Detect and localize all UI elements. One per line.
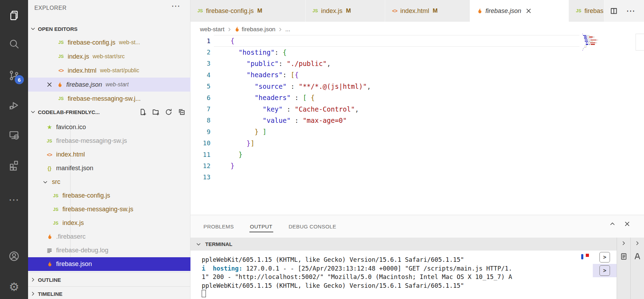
chevron-right-icon[interactable] [631, 240, 644, 246]
file-name: index.js [68, 53, 89, 60]
js-icon: JS [52, 221, 60, 226]
code-text: } [210, 162, 234, 170]
activity-bar-account-icon[interactable] [0, 244, 28, 269]
tree-item-firebase-messaging-sw.js[interactable]: JSfirebase-messaging-sw.js [28, 134, 190, 148]
file-name: firebase.json [56, 260, 92, 268]
tab-firebase-config.js[interactable]: JSfirebase-config.jsM [190, 0, 306, 22]
tab-index.html[interactable]: <>index.htmlM [385, 0, 470, 22]
file-name: firebase-messaging-sw.js [56, 137, 127, 145]
outline-header[interactable]: OUTLINE [28, 273, 190, 287]
open-editor-item[interactable]: JSindex.jsweb-start/srcM [28, 49, 190, 64]
activity-bar-source-control-icon[interactable]: 6 [0, 63, 28, 88]
code-line[interactable]: 4"headers": [{ [190, 69, 644, 80]
open-editor-item[interactable]: <>index.htmlweb-start/publicM [28, 64, 190, 78]
notebook-icon[interactable] [617, 252, 630, 260]
terminal-instance-row-selected[interactable]: > [593, 264, 617, 277]
split-editor-icon[interactable] [610, 7, 618, 15]
tree-item-manifest.json[interactable]: {}manifest.json [28, 161, 190, 175]
tab-index.js[interactable]: JSindex.jsM [306, 0, 385, 22]
firebase-icon [234, 26, 240, 33]
activity-bar-gear-icon[interactable]: ⚙ [0, 274, 28, 299]
breadcrumb-segment[interactable]: firebase.json [234, 26, 275, 33]
tab-firebase.json[interactable]: firebase.json [470, 0, 569, 22]
activity-bar-remote-explorer-icon[interactable] [0, 122, 28, 148]
breadcrumb-label: ... [285, 26, 290, 33]
explorer-sidebar: EXPLORER ⋯ OPEN EDITORS JSfirebase-confi… [28, 0, 190, 299]
terminal-prompt-icon[interactable]: > [599, 252, 610, 263]
minimap[interactable] [582, 34, 644, 55]
letter-a-icon[interactable] [631, 252, 644, 260]
code-line[interactable]: 13 [190, 172, 644, 183]
close-icon[interactable] [624, 221, 630, 227]
tree-item-index.html[interactable]: <>index.htmlM [28, 148, 190, 161]
code-line[interactable]: 9} ] [190, 126, 644, 137]
code-line[interactable]: 8"value" : "max-age=0" [190, 115, 644, 126]
tree-item-.firebaserc[interactable]: .firebaserc [28, 230, 190, 244]
code-line[interactable]: 7"key" : "Cache-Control", [190, 103, 644, 114]
html-icon: <> [57, 68, 65, 73]
activity-bar-files-icon[interactable] [0, 3, 28, 28]
collapse-all-icon[interactable] [178, 108, 185, 115]
explorer-more-icon[interactable]: ⋯ [171, 1, 180, 12]
terminal-output[interactable]: ppleWebKit/605.1.15 (KHTML, like Gecko) … [190, 251, 617, 299]
code-line[interactable]: 3"public": "./public", [190, 58, 644, 69]
minimap-slider[interactable] [636, 34, 644, 51]
tree-item-firebase-config.js[interactable]: JSfirebase-config.jsM [28, 189, 190, 202]
code-text: }] [210, 139, 255, 147]
code-line[interactable]: 5"source" : "**/*.@(js|html)", [190, 81, 644, 92]
breadcrumb-segment[interactable]: ... [285, 26, 290, 33]
close-icon[interactable] [525, 8, 532, 14]
terminal-prompt-icon[interactable]: > [599, 265, 610, 276]
panel-tab-problems[interactable]: PROBLEMS [203, 221, 235, 232]
tree-item-firebase-debug.log[interactable]: firebase-debug.log [28, 244, 190, 257]
chevron-up-icon[interactable] [609, 221, 616, 227]
minimap-line [584, 47, 586, 48]
code-line[interactable]: 1{ [190, 35, 644, 46]
panel-tab-output[interactable]: OUTPUT [249, 221, 273, 232]
tab-firebas[interactable]: JSfirebas [569, 0, 604, 22]
activity-bar-more-icon[interactable]: ⋯ [0, 187, 28, 212]
code-line[interactable]: 2"hosting": { [190, 46, 644, 58]
activity-bar-extensions-icon[interactable] [0, 152, 28, 178]
tree-item-favicon.ico[interactable]: ★favicon.ico [28, 120, 190, 134]
js-icon: JS [46, 139, 53, 144]
chevron-right-icon[interactable] [617, 240, 630, 246]
tree-item-firebase-messaging-sw.js[interactable]: JSfirebase-messaging-sw.jsM [28, 202, 190, 216]
open-editors-header[interactable]: OPEN EDITORS [28, 22, 190, 36]
terminal-section-header[interactable]: TERMINAL [190, 238, 617, 251]
line-number: 11 [190, 151, 210, 158]
star-icon: ★ [46, 124, 53, 130]
new-file-icon[interactable] [139, 108, 146, 115]
file-name: .firebaserc [56, 233, 86, 240]
refresh-icon[interactable] [165, 108, 172, 115]
code-text: "source" : "**/*.@(js|html)", [210, 82, 371, 90]
js-icon: JS [57, 54, 65, 59]
code-line[interactable]: 10}] [190, 138, 644, 149]
close-icon[interactable] [46, 81, 53, 88]
timeline-header[interactable]: TIMELINE [28, 287, 190, 299]
code-line[interactable]: 12} [190, 160, 644, 171]
open-editor-item[interactable]: firebase.jsonweb-start [28, 78, 190, 92]
code-line[interactable]: 11} [190, 149, 644, 160]
explorer-title: EXPLORER [34, 5, 67, 11]
terminal-instance-row[interactable]: > [593, 251, 617, 264]
code-line[interactable]: 6"headers" : [ { [190, 92, 644, 103]
activity-bar-search-icon[interactable] [0, 31, 28, 57]
activity-bar-run-debug-icon[interactable] [0, 93, 28, 118]
breadcrumb[interactable]: web-startfirebase.json... [190, 22, 644, 37]
tree-item-src[interactable]: src● [28, 175, 190, 189]
new-folder-icon[interactable] [152, 108, 159, 115]
breadcrumb-segment[interactable]: web-start [200, 26, 224, 33]
log-icon [46, 247, 53, 254]
open-editor-item[interactable]: JSfirebase-config.jsweb-st...M [28, 35, 190, 49]
code-text: "headers" : [ { [210, 94, 315, 101]
js-icon: JS [197, 8, 203, 13]
line-number: 5 [190, 82, 210, 90]
tree-item-index.js[interactable]: JSindex.jsM [28, 216, 190, 230]
tree-item-firebase.json[interactable]: firebase.json [28, 257, 190, 271]
code-editor[interactable]: 1{2"hosting": {3"public": "./public",4"h… [190, 35, 644, 215]
chevron-down-icon [30, 26, 36, 32]
terminal-info-mark [581, 254, 583, 259]
open-editor-item[interactable]: JSfirebase-messaging-sw.j...M [28, 92, 190, 106]
panel-tab-debug-console[interactable]: DEBUG CONSOLE [288, 221, 337, 232]
